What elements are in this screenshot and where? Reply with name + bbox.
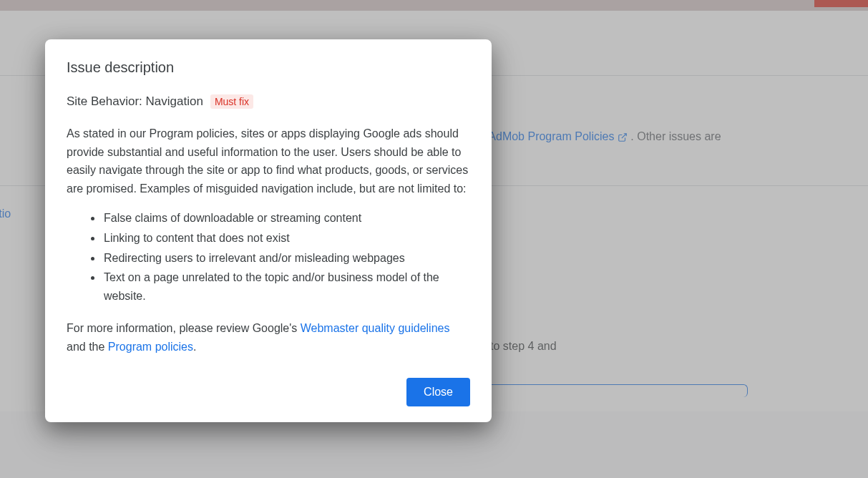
dialog-actions: Close xyxy=(67,378,470,406)
issue-description-dialog: Issue description Site Behavior: Navigat… xyxy=(45,39,492,422)
must-fix-badge: Must fix xyxy=(210,94,253,109)
dialog-body: As stated in our Program policies, sites… xyxy=(67,125,470,356)
list-item: Redirecting users to irrelevant and/or m… xyxy=(102,249,470,268)
more-info-paragraph: For more information, please review Goog… xyxy=(67,319,470,356)
issue-name: Site Behavior: Navigation xyxy=(67,94,203,109)
issue-header-row: Site Behavior: Navigation Must fix xyxy=(67,94,470,109)
list-item: Linking to content that does not exist xyxy=(102,229,470,248)
text-fragment: . xyxy=(193,341,196,353)
dialog-title: Issue description xyxy=(67,59,470,76)
webmaster-guidelines-link[interactable]: Webmaster quality guidelines xyxy=(301,322,450,334)
close-button[interactable]: Close xyxy=(406,378,470,406)
list-item: False claims of downloadable or streamin… xyxy=(102,209,470,228)
policy-description: As stated in our Program policies, sites… xyxy=(67,125,470,197)
program-policies-link[interactable]: Program policies xyxy=(108,341,193,353)
examples-list: False claims of downloadable or streamin… xyxy=(102,209,470,305)
text-fragment: and the xyxy=(67,341,108,353)
list-item: Text on a page unrelated to the topic an… xyxy=(102,268,470,305)
text-fragment: For more information, please review Goog… xyxy=(67,322,301,334)
